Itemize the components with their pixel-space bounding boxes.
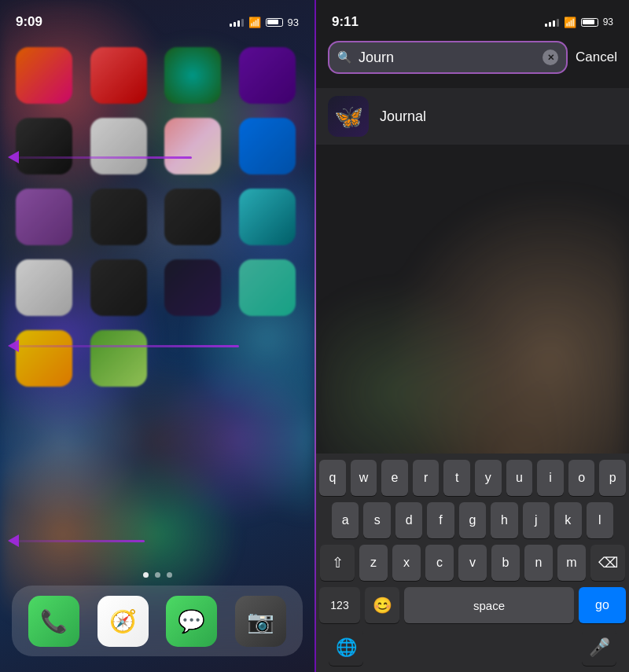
key-k[interactable]: k (554, 502, 581, 538)
key-t[interactable]: t (443, 460, 470, 496)
app-icon-2[interactable] (90, 47, 147, 104)
app-icon-16[interactable] (239, 259, 296, 316)
key-q[interactable]: q (319, 460, 346, 496)
app-icon-8[interactable] (239, 118, 296, 174)
swipe-arrow-2 (8, 340, 239, 352)
key-j[interactable]: j (523, 502, 550, 538)
go-key[interactable]: go (579, 587, 626, 623)
key-z[interactable]: z (359, 545, 388, 581)
search-magnifier-icon: 🔍 (337, 50, 352, 64)
key-l[interactable]: l (587, 502, 613, 538)
search-container: 🔍 Journ ✕ Cancel (328, 41, 617, 74)
key-h[interactable]: h (491, 502, 517, 538)
key-n[interactable]: n (524, 545, 553, 581)
key-v[interactable]: v (458, 545, 487, 581)
phone-symbol: 📞 (40, 608, 68, 634)
right-wifi-icon: 📶 (564, 17, 576, 28)
key-b[interactable]: b (491, 545, 520, 581)
safari-symbol: 🧭 (109, 608, 137, 634)
app-icon-15[interactable] (164, 259, 221, 316)
page-dot-1 (143, 572, 149, 578)
key-y[interactable]: y (475, 460, 502, 496)
app-icon-6[interactable] (90, 118, 147, 174)
page-dot-3 (167, 572, 172, 578)
key-w[interactable]: w (351, 460, 377, 496)
app-icon-5[interactable] (16, 118, 72, 174)
emoji-key[interactable]: 😊 (365, 587, 399, 623)
keyboard-row-2: a s d f g h j k l (319, 502, 626, 538)
app-icon-4[interactable] (239, 47, 296, 104)
app-icon-11[interactable] (164, 189, 221, 245)
left-phone-screen: 9:09 📶 93 (0, 0, 314, 672)
space-key[interactable]: space (404, 587, 574, 623)
arrow-line-2 (19, 345, 239, 347)
signal-icon (230, 17, 244, 27)
keyboard: q w e r t y u i o p a s d f g h j k l ⇧ … (316, 454, 629, 672)
app-icon-10[interactable] (90, 189, 147, 245)
page-dots (0, 572, 314, 578)
backspace-key[interactable]: ⌫ (590, 545, 625, 581)
key-x[interactable]: x (392, 545, 421, 581)
number-key[interactable]: 123 (319, 587, 360, 623)
swipe-arrow-3 (8, 534, 145, 547)
app-grid (16, 47, 299, 387)
app-icon-12[interactable] (239, 189, 296, 245)
key-g[interactable]: g (459, 502, 486, 538)
right-time: 9:11 (332, 14, 359, 30)
key-p[interactable]: p (599, 460, 626, 496)
app-icon-3[interactable] (164, 47, 221, 104)
search-bar[interactable]: 🔍 Journ ✕ (328, 41, 568, 74)
right-battery-percent: 93 (603, 17, 613, 28)
search-clear-button[interactable]: ✕ (543, 50, 558, 65)
arrow-head-1 (8, 151, 19, 163)
right-status-icons: 📶 93 (545, 17, 613, 28)
app-icon-7[interactable] (164, 118, 221, 174)
dock-camera-icon[interactable]: 📷 (235, 596, 286, 647)
globe-key[interactable]: 🌐 (329, 630, 363, 666)
journal-app-icon: 🦋 (328, 96, 369, 137)
search-input[interactable]: Journ (359, 50, 536, 66)
key-f[interactable]: f (427, 502, 454, 538)
app-icon-1[interactable] (16, 47, 72, 104)
right-phone-screen: 9:11 📶 93 🔍 Journ ✕ Cancel 🦋 J (316, 0, 629, 672)
arrow-line-3 (19, 540, 145, 542)
key-u[interactable]: u (506, 460, 533, 496)
key-a[interactable]: a (332, 502, 359, 538)
key-r[interactable]: r (413, 460, 440, 496)
key-s[interactable]: s (363, 502, 390, 538)
dock-phone-icon[interactable]: 📞 (28, 596, 79, 647)
app-icon-17[interactable] (16, 330, 72, 387)
key-e[interactable]: e (381, 460, 408, 496)
app-icon-9[interactable] (16, 189, 72, 245)
mic-key[interactable]: 🎤 (582, 630, 616, 666)
left-status-icons: 📶 93 (230, 17, 299, 28)
keyboard-row-3: ⇧ z x c v b n m ⌫ (319, 545, 626, 581)
dock: 📞 🧭 💬 📷 (12, 586, 303, 656)
battery-percent: 93 (288, 17, 299, 28)
shift-key[interactable]: ⇧ (320, 545, 355, 581)
arrow-head-2 (8, 340, 19, 352)
key-o[interactable]: o (568, 460, 595, 496)
key-i[interactable]: i (537, 460, 564, 496)
dock-messages-icon[interactable]: 💬 (166, 596, 217, 647)
cancel-button[interactable]: Cancel (576, 50, 617, 65)
key-c[interactable]: c (425, 545, 454, 581)
app-icon-14[interactable] (90, 259, 147, 316)
journal-butterfly-icon: 🦋 (334, 103, 363, 130)
app-icon-13[interactable] (16, 259, 72, 316)
keyboard-bottom-bar: 🌐 🎤 (319, 630, 626, 666)
search-result-row[interactable]: 🦋 Journal (316, 88, 629, 145)
camera-symbol: 📷 (247, 608, 274, 634)
dock-safari-icon[interactable]: 🧭 (97, 596, 149, 647)
messages-symbol: 💬 (178, 608, 205, 634)
right-signal-icon (545, 17, 559, 27)
right-battery-icon (581, 18, 598, 27)
key-d[interactable]: d (395, 502, 422, 538)
app-icon-18[interactable] (90, 330, 147, 387)
panel-divider (314, 0, 316, 672)
key-m[interactable]: m (557, 545, 586, 581)
journal-app-label: Journal (380, 108, 426, 125)
page-dot-2 (155, 572, 160, 578)
left-time: 9:09 (16, 14, 42, 30)
arrow-line-1 (19, 156, 192, 159)
